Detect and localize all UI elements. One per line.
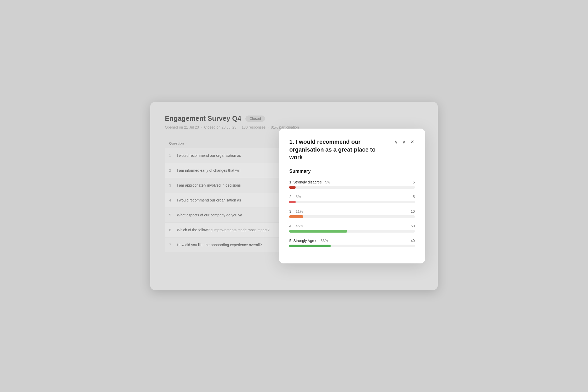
response-meta: 5. Strongly Agree 33% 40: [289, 238, 415, 243]
prev-button[interactable]: ∧: [394, 139, 398, 145]
modal-controls: ∧ ∨ ✕: [394, 139, 415, 145]
response-label: 5. Strongly Agree 33%: [289, 238, 328, 243]
bar-track: [289, 230, 415, 233]
modal-top: 1. I would recommend our organisation as…: [289, 138, 415, 161]
response-row-4: 4. 46% 50: [289, 224, 415, 233]
response-label: 4. 46%: [289, 224, 303, 228]
response-row-5: 5. Strongly Agree 33% 40: [289, 238, 415, 247]
response-count: 5: [413, 195, 415, 199]
bar-fill: [289, 245, 331, 247]
response-row-1: 1. Strongly disagree 5% 5: [289, 180, 415, 189]
response-count: 5: [413, 180, 415, 184]
response-count: 10: [411, 209, 415, 214]
responses-list: 1. Strongly disagree 5% 5 2. 5%: [289, 180, 415, 247]
response-label: 1. Strongly disagree 5%: [289, 180, 330, 185]
app-container: Engagement Survey Q4 Closed Opened on 21…: [150, 102, 438, 290]
response-row-3: 3. 11% 10: [289, 209, 415, 218]
response-meta: 3. 11% 10: [289, 209, 415, 214]
bar-track: [289, 186, 415, 189]
close-button[interactable]: ✕: [410, 139, 415, 145]
response-count: 50: [411, 224, 415, 228]
bar-track: [289, 245, 415, 247]
bar-fill: [289, 201, 296, 203]
bar-fill: [289, 230, 347, 233]
bar-fill: [289, 186, 296, 189]
response-label: 2. 5%: [289, 194, 301, 199]
modal-overlay: 1. I would recommend our organisation as…: [150, 102, 438, 290]
response-meta: 1. Strongly disagree 5% 5: [289, 180, 415, 185]
response-label: 3. 11%: [289, 209, 303, 214]
bar-fill: [289, 215, 303, 218]
response-row-2: 2. 5% 5: [289, 194, 415, 203]
response-meta: 2. 5% 5: [289, 194, 415, 199]
next-button[interactable]: ∨: [402, 139, 406, 145]
bar-track: [289, 215, 415, 218]
section-label: Summary: [289, 169, 415, 174]
response-meta: 4. 46% 50: [289, 224, 415, 228]
detail-modal: 1. I would recommend our organisation as…: [279, 129, 425, 263]
response-count: 40: [411, 239, 415, 243]
modal-title: 1. I would recommend our organisation as…: [289, 138, 389, 161]
bar-track: [289, 201, 415, 203]
